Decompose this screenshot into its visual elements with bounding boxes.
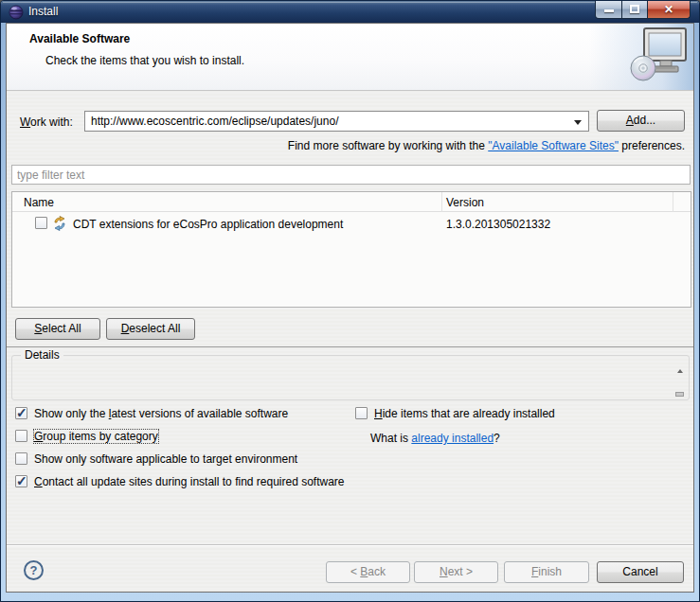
table-header[interactable]: Name Version — [12, 192, 691, 212]
scroll-thumb[interactable] — [675, 392, 684, 397]
scroll-up-icon[interactable] — [677, 369, 683, 373]
details-legend: Details — [21, 348, 63, 362]
work-with-label: Work with: — [20, 115, 73, 129]
checkbox-unchecked[interactable] — [15, 430, 27, 442]
checkbox-checked[interactable] — [15, 407, 27, 419]
checkbox-unchecked[interactable] — [355, 407, 368, 419]
maximize-button[interactable] — [622, 1, 648, 19]
column-header-version[interactable]: Version — [446, 196, 484, 209]
wizard-header: Available Software Check the items that … — [7, 24, 693, 91]
row-feature-name[interactable]: CDT extensions for eCosPro application d… — [73, 218, 343, 231]
page-title: Available Software — [29, 32, 130, 45]
select-all-button[interactable]: Select All — [15, 318, 100, 340]
column-divider[interactable] — [673, 192, 673, 212]
checkbox-checked[interactable] — [15, 475, 27, 487]
update-site-combobox[interactable]: http://www.ecoscentric.com/eclipse/updat… — [84, 111, 589, 132]
next-button[interactable]: Next > — [414, 561, 498, 583]
find-more-text: Find more software by working with the "… — [288, 139, 685, 152]
row-checkbox[interactable] — [35, 217, 47, 229]
option-contact-all-sites[interactable]: Contact all update sites during install … — [15, 475, 345, 488]
caption-buttons: ✕ — [595, 1, 691, 19]
update-site-url: http://www.ecoscentric.com/eclipse/updat… — [91, 115, 569, 128]
details-scrollbar[interactable] — [673, 369, 686, 397]
what-is-installed-text: What is already installed? — [370, 432, 500, 445]
minimize-button[interactable] — [595, 1, 622, 19]
row-feature-version[interactable]: 1.3.0.201305021332 — [446, 218, 550, 231]
title-bar[interactable]: Install ✕ — [1, 1, 699, 23]
page-subtitle: Check the items that you wish to install… — [45, 54, 244, 67]
deselect-all-button[interactable]: Deselect All — [106, 318, 195, 340]
install-software-icon — [629, 27, 688, 83]
close-icon: ✕ — [648, 3, 690, 16]
add-site-button[interactable]: Add... — [597, 110, 685, 132]
footer-separator — [7, 544, 693, 546]
back-button[interactable]: < Back — [326, 561, 410, 583]
feature-icon — [52, 216, 67, 231]
checkbox-unchecked[interactable] — [15, 452, 27, 465]
help-icon[interactable]: ? — [24, 560, 44, 580]
option-show-latest[interactable]: Show only the latest versions of availab… — [15, 407, 288, 420]
software-table[interactable]: Name Version CDT extensions for eCosPro … — [11, 191, 691, 308]
minimize-icon — [604, 9, 614, 12]
available-software-sites-link[interactable]: "Available Software Sites" — [488, 139, 619, 152]
column-divider[interactable] — [441, 192, 442, 212]
chevron-down-icon[interactable] — [574, 120, 582, 125]
option-group-by-category[interactable]: Group items by category — [15, 430, 158, 443]
maximize-icon — [630, 5, 639, 13]
window-title: Install — [28, 5, 58, 18]
cancel-button[interactable]: Cancel — [597, 561, 684, 583]
dialog-client-area: Available Software Check the items that … — [6, 23, 694, 593]
install-dialog-window: Install ✕ Available Software Check the i… — [0, 0, 700, 602]
option-hide-installed[interactable]: Hide items that are already installed — [355, 407, 555, 420]
eclipse-app-icon — [9, 5, 24, 20]
option-target-environment[interactable]: Show only software applicable to target … — [15, 452, 297, 466]
table-row[interactable]: CDT extensions for eCosPro application d… — [12, 216, 691, 233]
column-header-name[interactable]: Name — [24, 196, 54, 209]
already-installed-link[interactable]: already installed — [411, 432, 494, 445]
horizontal-separator — [7, 346, 693, 347]
finish-button[interactable]: Finish — [504, 561, 589, 583]
filter-input[interactable] — [11, 165, 691, 185]
details-group: Details — [11, 355, 690, 400]
close-button[interactable]: ✕ — [648, 1, 691, 19]
